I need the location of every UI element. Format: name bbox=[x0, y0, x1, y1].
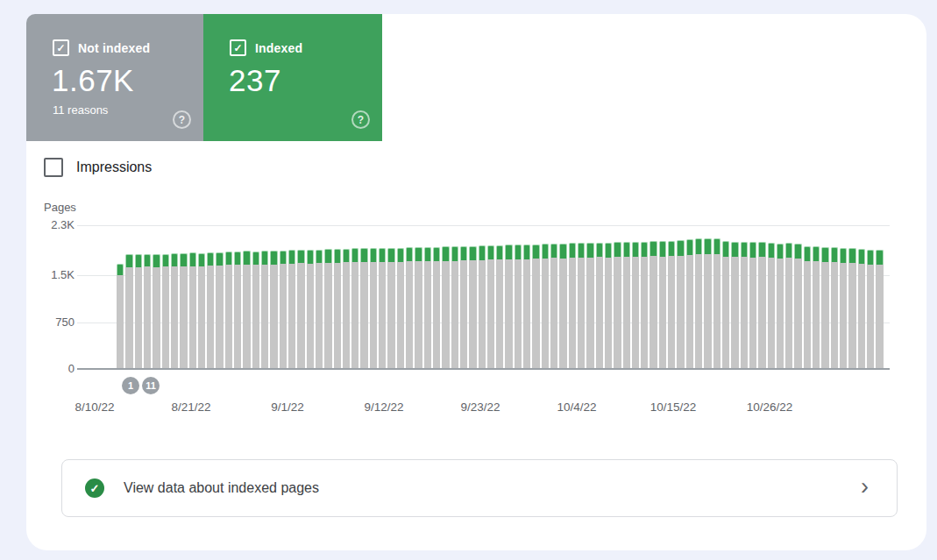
indexed-segment bbox=[171, 253, 178, 266]
chevron-right-icon[interactable]: › bbox=[861, 475, 869, 499]
indexed-segment bbox=[460, 246, 467, 260]
not-indexed-segment bbox=[261, 265, 268, 370]
annotation-badge[interactable]: 1 bbox=[122, 377, 139, 394]
chart-bar bbox=[243, 225, 250, 369]
indexed-segment bbox=[758, 242, 765, 257]
indexed-segment bbox=[794, 244, 801, 259]
not-indexed-segment bbox=[451, 261, 458, 369]
not-indexed-segment bbox=[297, 263, 304, 369]
indexed-segment bbox=[741, 242, 748, 257]
indexed-segment bbox=[523, 245, 530, 259]
not-indexed-segment bbox=[505, 259, 512, 369]
chart-bar bbox=[632, 225, 639, 369]
chart-bar bbox=[641, 225, 648, 369]
indexed-segment bbox=[198, 253, 205, 266]
indexed-segment bbox=[831, 247, 838, 262]
indexed-segment bbox=[686, 239, 693, 255]
not-indexed-segment bbox=[559, 259, 566, 369]
x-tick-label: 8/21/22 bbox=[171, 401, 210, 414]
indexed-segment bbox=[695, 238, 702, 254]
not-indexed-segment bbox=[496, 259, 503, 369]
indexed-segment bbox=[243, 251, 250, 264]
chart-bar bbox=[442, 225, 449, 369]
not-indexed-segment bbox=[749, 258, 756, 369]
indexed-segment bbox=[840, 248, 847, 263]
not-indexed-segment bbox=[532, 259, 539, 369]
indexed-segment bbox=[777, 244, 784, 259]
not-indexed-segment bbox=[821, 262, 828, 369]
indexed-segment bbox=[360, 248, 367, 262]
chart-bar bbox=[189, 225, 196, 369]
indexed-segment bbox=[387, 248, 394, 262]
indexed-segment bbox=[216, 252, 223, 266]
indexed-segment bbox=[821, 247, 828, 262]
indexed-segment bbox=[704, 238, 711, 254]
chart-bar bbox=[741, 225, 748, 369]
indexed-tile[interactable]: ✓ Indexed 237 ? bbox=[203, 14, 382, 141]
indexed-segment bbox=[550, 244, 557, 259]
indexed-segment bbox=[334, 249, 341, 263]
not-indexed-segment bbox=[370, 262, 377, 369]
chart-bar bbox=[469, 225, 476, 369]
chart-bar bbox=[397, 225, 404, 369]
chart-bar bbox=[596, 225, 603, 369]
indexed-segment bbox=[813, 246, 820, 261]
not-indexed-segment bbox=[794, 259, 801, 369]
not-indexed-segment bbox=[243, 265, 250, 369]
check-icon: ✓ bbox=[233, 43, 242, 53]
not-indexed-segment bbox=[117, 275, 124, 369]
not-indexed-segment bbox=[722, 257, 729, 369]
chart-bar bbox=[532, 225, 539, 369]
chart-bar bbox=[406, 225, 413, 369]
chart-bar bbox=[804, 225, 811, 369]
indexed-segment bbox=[632, 242, 639, 257]
chart-bar bbox=[225, 225, 232, 369]
chart-bar bbox=[180, 225, 187, 369]
chart-bar bbox=[777, 225, 784, 369]
impressions-checkbox[interactable] bbox=[44, 158, 63, 177]
indexed-segment bbox=[515, 245, 522, 259]
chart-bar bbox=[794, 225, 801, 369]
not-indexed-tile[interactable]: ✓ Not indexed 1.67K 11 reasons ? bbox=[26, 14, 203, 141]
not-indexed-segment bbox=[433, 261, 440, 369]
not-indexed-segment bbox=[252, 265, 259, 369]
annotation-badge[interactable]: 11 bbox=[142, 377, 160, 394]
indexed-segment bbox=[297, 250, 304, 264]
not-indexed-segment bbox=[804, 261, 811, 369]
stacked-bar-chart bbox=[117, 225, 883, 369]
chart-bar bbox=[162, 225, 169, 369]
not-indexed-segment bbox=[144, 266, 151, 369]
not-indexed-segment bbox=[487, 259, 494, 369]
help-icon[interactable]: ? bbox=[351, 110, 370, 129]
indexed-label: Indexed bbox=[255, 41, 302, 55]
not-indexed-segment bbox=[596, 257, 603, 369]
indexed-segment bbox=[569, 243, 576, 258]
not-indexed-checkbox[interactable]: ✓ bbox=[53, 39, 69, 56]
chart-bar bbox=[686, 225, 693, 369]
chart-bar bbox=[623, 225, 630, 369]
indexed-checkbox[interactable]: ✓ bbox=[230, 39, 246, 56]
not-indexed-segment bbox=[641, 257, 648, 369]
view-data-link[interactable]: ✓ View data about indexed pages › bbox=[61, 459, 898, 517]
indexed-segment bbox=[804, 246, 811, 261]
not-indexed-segment bbox=[867, 265, 874, 370]
not-indexed-segment bbox=[379, 262, 386, 369]
chart-bar bbox=[505, 225, 512, 369]
not-indexed-segment bbox=[479, 260, 486, 369]
indexed-segment bbox=[415, 247, 422, 261]
x-tick-label: 9/12/22 bbox=[364, 401, 403, 414]
not-indexed-segment bbox=[442, 261, 449, 369]
y-axis-title: Pages bbox=[44, 201, 76, 214]
indexed-segment bbox=[162, 254, 169, 267]
y-tick-label: 0 bbox=[33, 362, 75, 375]
impressions-toggle[interactable]: Impressions bbox=[44, 158, 152, 177]
chart-bar bbox=[125, 225, 132, 369]
not-indexed-segment bbox=[135, 267, 142, 369]
chart-bar bbox=[288, 225, 295, 369]
indexed-segment bbox=[324, 249, 331, 263]
not-indexed-segment bbox=[586, 258, 593, 369]
not-indexed-segment bbox=[153, 267, 160, 369]
indexed-segment bbox=[180, 253, 187, 266]
help-icon[interactable]: ? bbox=[173, 110, 191, 129]
not-indexed-segment bbox=[424, 261, 431, 369]
